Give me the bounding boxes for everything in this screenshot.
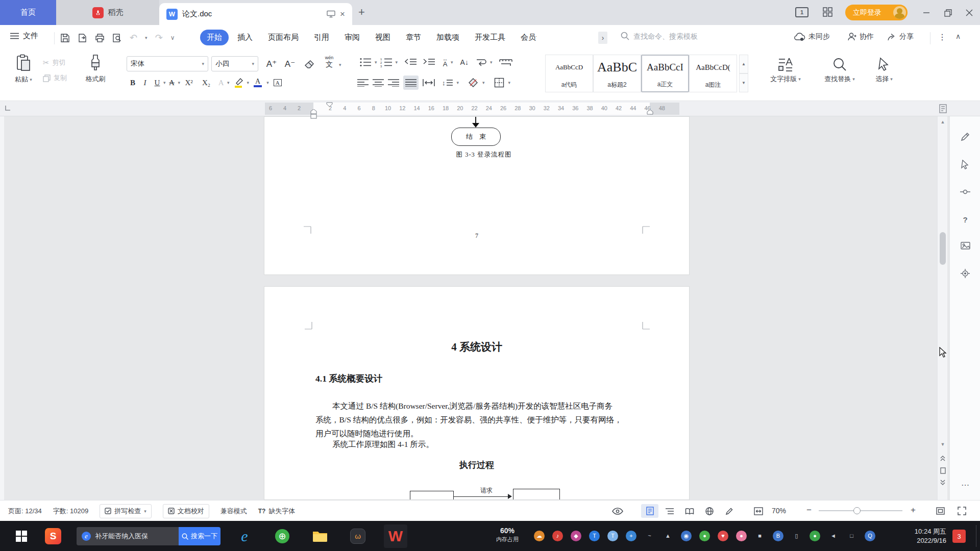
tab-reference[interactable]: 引用: [307, 30, 336, 45]
print-preview-icon[interactable]: [112, 33, 122, 43]
tab-page-layout[interactable]: 页面布局: [261, 30, 305, 45]
format-painter-button[interactable]: 格式刷: [80, 54, 111, 84]
notification-tray-icon[interactable]: ▲: [663, 531, 673, 541]
tab-ruler-icon[interactable]: [499, 58, 512, 67]
figure-subtitle[interactable]: 执行过程: [264, 459, 689, 471]
help-icon[interactable]: ?: [960, 214, 970, 224]
notification-badge[interactable]: 3: [952, 530, 966, 543]
volume-tray-icon[interactable]: ◄: [828, 531, 839, 541]
apps-grid-icon[interactable]: [823, 7, 832, 17]
search-q-tray-icon[interactable]: Q: [865, 531, 875, 541]
grow-font-button[interactable]: A⁺: [263, 57, 280, 70]
save-icon[interactable]: [60, 33, 70, 43]
scrollbar-thumb[interactable]: [940, 232, 946, 265]
weather-tray-icon[interactable]: ☁: [534, 531, 545, 541]
present-monitor-icon[interactable]: [327, 10, 335, 18]
zoom-out-button[interactable]: −: [806, 505, 812, 515]
character-scale-caret-icon[interactable]: ▾: [451, 60, 453, 65]
sidebar-more-icon[interactable]: ⋯: [960, 480, 970, 490]
show-desktop-button[interactable]: [976, 525, 976, 547]
numbered-list-icon[interactable]: 123: [380, 57, 393, 67]
character-border-button[interactable]: A: [269, 76, 286, 90]
print-icon[interactable]: [95, 33, 105, 43]
thunder-tray-icon[interactable]: ◉: [681, 531, 692, 541]
pinyin-guide-button[interactable]: wén 文: [322, 56, 337, 68]
font-size-select[interactable]: 小四 ▾: [211, 56, 258, 71]
outline-view-button[interactable]: [661, 504, 678, 518]
collaborate-button[interactable]: 协作: [847, 32, 874, 41]
pink2-tray-icon[interactable]: ●: [736, 531, 747, 541]
style-a-body[interactable]: AaBbCcI a正文: [641, 55, 689, 92]
vertical-scrollbar[interactable]: ▲ ▼: [937, 116, 947, 500]
collapse-ribbon-icon[interactable]: ∧: [955, 32, 961, 40]
pink-app-tray-icon[interactable]: ◆: [571, 531, 581, 541]
page-view-button[interactable]: [641, 504, 658, 518]
search-now-button[interactable]: 搜索一下: [179, 527, 220, 545]
underline-button[interactable]: U: [151, 76, 163, 90]
missing-font-button[interactable]: T? 缺失字体: [258, 507, 296, 516]
bold-button[interactable]: B: [127, 76, 139, 90]
distribute-icon[interactable]: [423, 79, 435, 87]
document-area[interactable]: 结 束 图 3-3 登录流程图 7 4 系统设计 4.1 系统概要设计 本文通过…: [0, 116, 980, 500]
borders-icon[interactable]: [494, 78, 504, 88]
command-search[interactable]: [621, 32, 730, 40]
tab-view[interactable]: 视图: [369, 30, 397, 45]
style-a-heading2[interactable]: AaBbC a标题2: [593, 55, 641, 92]
align-left-icon[interactable]: [357, 79, 369, 87]
copy-button[interactable]: 复制: [43, 73, 67, 83]
music-tray-icon[interactable]: ♪: [552, 531, 563, 541]
character-scale-button[interactable]: ↔ A: [443, 57, 448, 67]
tab-review[interactable]: 审阅: [338, 30, 366, 45]
superscript-button[interactable]: X²: [180, 76, 198, 90]
file-menu-button[interactable]: 文件: [10, 31, 38, 41]
font-color-button[interactable]: A: [249, 76, 266, 90]
new-tab-button[interactable]: +: [358, 6, 365, 19]
figure-caption[interactable]: 图 3-3 登录流程图: [356, 151, 611, 159]
start-button[interactable]: [9, 521, 34, 551]
tab-start[interactable]: 开始: [200, 30, 229, 45]
zoom-level[interactable]: 70%: [772, 507, 786, 515]
image-to-text-icon[interactable]: [960, 241, 970, 251]
window-list-icon[interactable]: 1: [795, 7, 808, 17]
highlight-color-button[interactable]: [230, 76, 247, 90]
body-paragraph-2[interactable]: 系统工作原理如图 4-1 所示。: [332, 439, 434, 450]
tim-tray-icon[interactable]: T: [589, 531, 600, 541]
login-button[interactable]: 立即登录: [845, 5, 908, 20]
proofread-button[interactable]: 文档校对: [163, 504, 209, 518]
undo-icon[interactable]: ↶: [130, 32, 137, 43]
sync-status[interactable]: 未同步: [794, 32, 830, 41]
ruler-toggle-icon[interactable]: [939, 104, 947, 113]
chapter-heading[interactable]: 4 系统设计: [264, 340, 689, 354]
bluetooth-tray-icon[interactable]: B: [773, 531, 783, 541]
green-browser-icon[interactable]: ⊕: [271, 524, 294, 548]
borders-caret-icon[interactable]: ▾: [508, 80, 511, 85]
shrink-font-button[interactable]: A⁻: [282, 57, 298, 70]
phone-tray-icon[interactable]: ▯: [791, 531, 802, 541]
spacing-tool-icon[interactable]: [960, 187, 970, 197]
heart-tray-icon[interactable]: ♥: [718, 531, 728, 541]
document-page-1[interactable]: 结 束 图 3-3 登录流程图 7: [264, 116, 690, 275]
more-menu-icon[interactable]: ⋮: [938, 32, 946, 42]
style-a-caption[interactable]: AaBbCcD( a图注: [689, 55, 737, 92]
eye-protect-icon[interactable]: [611, 506, 624, 516]
style-a-code[interactable]: AaBbCcD a代码: [545, 55, 593, 92]
home-tab[interactable]: 首页: [0, 0, 56, 25]
page-indicator[interactable]: 页面: 12/34: [8, 507, 42, 516]
wrap-caret-icon[interactable]: ▾: [490, 60, 493, 65]
paste-caret-icon[interactable]: ▾: [30, 77, 32, 82]
minimize-button[interactable]: [920, 6, 933, 19]
sort-button[interactable]: A↓: [460, 58, 469, 66]
subscript-button[interactable]: X₂: [198, 76, 215, 90]
docer-tab[interactable]: 稻壳: [56, 0, 159, 25]
increase-indent-icon[interactable]: [422, 57, 435, 67]
close-tab-icon[interactable]: ×: [340, 10, 345, 18]
right-indent-marker[interactable]: [647, 110, 653, 115]
wps-taskbar-icon[interactable]: W: [384, 524, 407, 548]
tab-selector-icon[interactable]: [4, 105, 11, 112]
car-tray-icon[interactable]: ■: [754, 531, 765, 541]
body-paragraph[interactable]: 本文通过 B/S 结构(Browser/Server,浏览器/服务器结构)开发的…: [315, 399, 645, 440]
text-effects-button[interactable]: A: [215, 76, 227, 90]
style-scroll-down-icon[interactable]: ▼: [739, 73, 748, 92]
select-tool-icon[interactable]: [960, 159, 970, 169]
strikethrough-button[interactable]: A: [166, 76, 178, 90]
